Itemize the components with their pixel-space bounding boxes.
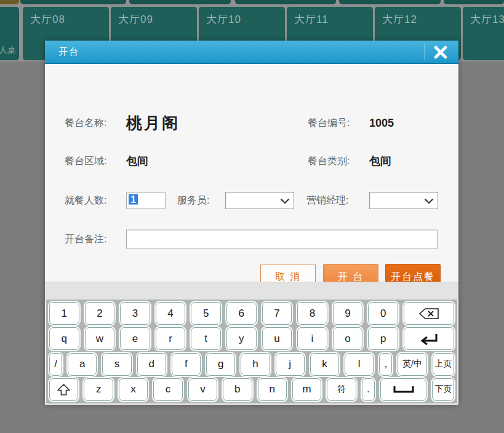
lang-toggle-key[interactable]: 英/中 bbox=[398, 353, 426, 376]
key-u[interactable]: u bbox=[262, 327, 292, 350]
key-slash[interactable]: / bbox=[49, 353, 62, 376]
key-0[interactable]: 0 bbox=[368, 302, 398, 325]
key-z[interactable]: z bbox=[84, 378, 113, 401]
guests-input[interactable]: 1 bbox=[126, 193, 166, 209]
keyboard-row-3: / a s d f g h j k l , 英/中 上页 bbox=[49, 353, 454, 376]
shift-icon bbox=[57, 383, 71, 396]
key-3[interactable]: 3 bbox=[120, 302, 150, 325]
key-v[interactable]: v bbox=[188, 378, 217, 401]
table-tile-cutoff bbox=[235, 0, 336, 4]
table-area-value: 包间 bbox=[126, 154, 148, 169]
table-type-label: 餐台类别: bbox=[308, 155, 350, 168]
close-button[interactable] bbox=[428, 42, 454, 62]
enter-key[interactable] bbox=[404, 327, 454, 350]
keyboard-row-4: z x c v b n m 符 . 下页 bbox=[49, 378, 454, 401]
table-tile-cutoff bbox=[129, 0, 231, 4]
key-7[interactable]: 7 bbox=[262, 302, 292, 325]
page-up-key[interactable]: 上页 bbox=[433, 353, 454, 376]
key-comma[interactable]: , bbox=[379, 353, 392, 376]
table-area-label: 餐台区域: bbox=[65, 155, 106, 168]
key-s[interactable]: s bbox=[102, 353, 131, 376]
table-name-value: 桃月阁 bbox=[126, 113, 180, 134]
close-icon bbox=[433, 44, 449, 60]
key-4[interactable]: 4 bbox=[156, 302, 186, 325]
keyboard-row-1: 1 2 3 4 5 6 7 8 9 0 bbox=[49, 302, 454, 325]
key-5[interactable]: 5 bbox=[191, 302, 221, 325]
key-b[interactable]: b bbox=[223, 378, 252, 401]
key-a[interactable]: a bbox=[68, 353, 97, 376]
key-w[interactable]: w bbox=[85, 327, 115, 350]
key-m[interactable]: m bbox=[292, 378, 321, 401]
key-x[interactable]: x bbox=[119, 378, 148, 401]
table-type-value: 包间 bbox=[369, 154, 391, 169]
form-row-people: 就餐人数: 1 服务员: 营销经理: bbox=[45, 191, 458, 210]
key-2[interactable]: 2 bbox=[85, 302, 115, 325]
waiter-label: 服务员: bbox=[177, 194, 209, 207]
manager-label: 营销经理: bbox=[306, 194, 348, 207]
table-tile-cutoff bbox=[20, 0, 126, 4]
table-tile-cutoff bbox=[444, 0, 504, 4]
remark-input[interactable] bbox=[126, 230, 438, 249]
key-1[interactable]: 1 bbox=[49, 302, 79, 325]
dialog-titlebar: 开台 bbox=[45, 41, 458, 64]
key-l[interactable]: l bbox=[345, 353, 374, 376]
table-no-label: 餐台编号: bbox=[308, 117, 350, 130]
page-down-key[interactable]: 下页 bbox=[432, 378, 454, 401]
key-y[interactable]: y bbox=[226, 327, 257, 350]
key-k[interactable]: k bbox=[310, 353, 339, 376]
titlebar-divider bbox=[425, 44, 425, 60]
key-c[interactable]: c bbox=[153, 378, 182, 401]
onscreen-keyboard: 1 2 3 4 5 6 7 8 9 0 q w e r t y u bbox=[45, 300, 458, 405]
shift-key[interactable] bbox=[49, 378, 78, 401]
open-table-dialog: 开台 餐台名称: 桃月阁 餐台编号: 1005 餐台区域: 包间 餐台类别: 包… bbox=[45, 41, 458, 405]
form-row-area: 餐台区域: 包间 餐台类别: 包间 bbox=[45, 151, 458, 171]
remark-label: 开台备注: bbox=[65, 233, 106, 246]
key-d[interactable]: d bbox=[137, 353, 166, 376]
key-f[interactable]: f bbox=[172, 353, 201, 376]
table-tile-cutoff bbox=[339, 0, 441, 4]
dialog-title: 开台 bbox=[58, 41, 79, 63]
table-tile-dating13[interactable]: 大厅13 bbox=[463, 7, 504, 60]
chevron-down-icon bbox=[425, 199, 433, 204]
table-tile-cutoff bbox=[0, 0, 19, 4]
key-q[interactable]: q bbox=[49, 327, 79, 350]
waiter-select[interactable] bbox=[225, 192, 294, 209]
guests-label: 就餐人数: bbox=[65, 194, 106, 207]
key-6[interactable]: 6 bbox=[226, 302, 257, 325]
backspace-icon bbox=[418, 308, 440, 320]
key-r[interactable]: r bbox=[156, 327, 186, 350]
ime-candidate-bar bbox=[45, 282, 458, 300]
key-g[interactable]: g bbox=[206, 353, 235, 376]
backspace-key[interactable] bbox=[404, 302, 454, 325]
space-key[interactable] bbox=[380, 378, 427, 401]
symbols-key[interactable]: 符 bbox=[327, 378, 356, 401]
manager-select[interactable] bbox=[369, 192, 438, 209]
keyboard-row-2: q w e r t y u i o p bbox=[49, 327, 454, 350]
dialog-body: 餐台名称: 桃月阁 餐台编号: 1005 餐台区域: 包间 餐台类别: 包间 就… bbox=[45, 65, 458, 282]
key-p[interactable]: p bbox=[368, 327, 398, 350]
table-name-label: 餐台名称: bbox=[65, 117, 106, 130]
key-i[interactable]: i bbox=[297, 327, 327, 350]
chevron-down-icon bbox=[281, 199, 289, 204]
table-no-value: 1005 bbox=[369, 117, 394, 130]
key-e[interactable]: e bbox=[120, 327, 150, 350]
key-9[interactable]: 9 bbox=[333, 302, 363, 325]
key-j[interactable]: j bbox=[276, 353, 305, 376]
space-icon bbox=[393, 385, 415, 394]
key-o[interactable]: o bbox=[333, 327, 363, 350]
table-capacity-label: 人桌 bbox=[0, 45, 16, 56]
form-row-name: 餐台名称: 桃月阁 餐台编号: 1005 bbox=[45, 113, 458, 133]
key-t[interactable]: t bbox=[191, 327, 221, 350]
key-period[interactable]: . bbox=[362, 378, 375, 401]
key-n[interactable]: n bbox=[258, 378, 287, 401]
guests-selected-text: 1 bbox=[129, 194, 138, 205]
enter-icon bbox=[419, 332, 439, 346]
form-row-remark: 开台备注: bbox=[45, 229, 458, 249]
table-tile-partial[interactable]: 人桌 bbox=[0, 7, 19, 60]
key-8[interactable]: 8 bbox=[297, 302, 327, 325]
key-h[interactable]: h bbox=[241, 353, 270, 376]
